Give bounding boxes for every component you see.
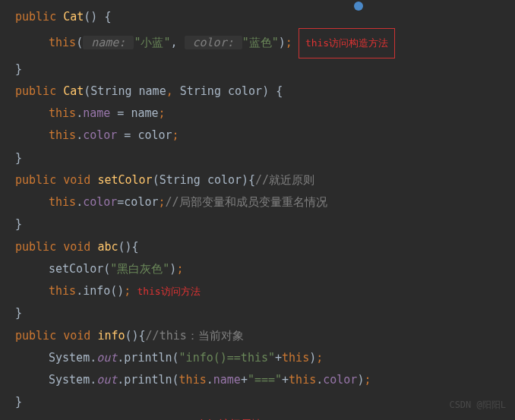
code-line: public void info(){//this：当前对象 [0,325,515,347]
code-line: } [0,213,515,235]
code-line: this.color = color; [0,125,515,147]
code-line: } [0,302,515,324]
code-line: setColor("黑白灰色"); [0,258,515,280]
code-line: public Cat(String name, String color) { [0,81,515,103]
code-line: public Cat() { [0,6,515,28]
code-line: this( name: "小蓝", color: "蓝色");this访问构造方… [0,28,515,58]
code-line: public void setColor(String color){//就近原… [0,169,515,191]
code-line: System.out.println(this.name+"==="+this.… [0,369,515,391]
code-line: } [0,147,515,169]
code-line: this.name = name; [0,103,515,125]
code-line: public void abc(){ [0,236,515,258]
code-line: } [0,58,515,81]
code-line: } [0,391,515,413]
annotation-property-note: this访问属性 [0,414,515,421]
code-line: System.out.println("info()==this"+this); [0,347,515,369]
watermark: CSDN @阳阳L [449,396,506,414]
annotation-constructor-note: this访问构造方法 [299,28,395,58]
annotation-method-note: this访问方法 [137,286,200,297]
code-line: this.info();this访问方法 [0,280,515,302]
code-editor[interactable]: public Cat() { this( name: "小蓝", color: … [0,6,515,420]
code-line: this.color=color;//局部变量和成员变量重名情况 [0,191,515,213]
